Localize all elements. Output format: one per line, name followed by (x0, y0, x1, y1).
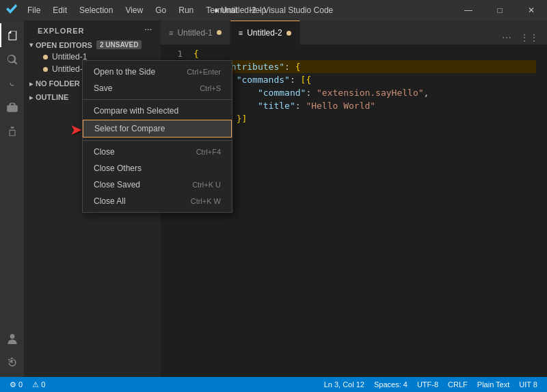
window-controls: — □ ✕ (453, 0, 547, 21)
menu-selection[interactable]: Selection (74, 4, 118, 16)
code-line-2: "contributes": { (194, 60, 536, 73)
code-line-6: }] (194, 112, 536, 125)
language-text: Plain Text (477, 380, 510, 389)
menu-save[interactable]: Save Ctrl+S (83, 80, 232, 96)
menu-label: Close All (94, 196, 126, 206)
menu-close-others[interactable]: Close Others (83, 160, 232, 177)
tab-modified-dot-active (286, 31, 291, 36)
menu-shortcut: Ctrl+S (200, 84, 221, 92)
split-editor-button[interactable]: ⋯ (499, 31, 514, 44)
menu-open-to-side[interactable]: Open to the Side Ctrl+Enter (83, 64, 232, 80)
menu-label: Save (94, 83, 112, 93)
code-line-4: "command": "extension.sayHello", (194, 86, 536, 99)
modified-dot (43, 55, 48, 60)
minimap (542, 44, 547, 377)
spaces[interactable]: Spaces: 4 (370, 380, 412, 389)
chevron-right-icon-2: ▸ (29, 94, 33, 101)
statusbar: ⚙ 0 ⚠ 0 Ln 3, Col 12 Spaces: 4 UTF-8 CRL… (0, 377, 547, 392)
file-icon: ≡ (169, 29, 173, 37)
menu-shortcut: Ctrl+Enter (187, 68, 221, 76)
error-text: 0 (18, 380, 23, 389)
encoding[interactable]: UTF-8 (413, 380, 442, 389)
minimize-button[interactable]: — (453, 0, 484, 21)
menu-file[interactable]: File (22, 4, 46, 16)
activity-extensions[interactable] (0, 119, 24, 143)
open-editors-label: OPEN EDITORS (36, 41, 92, 49)
menu-label: Compare with Selected (94, 106, 178, 116)
code-line-1: { (194, 47, 536, 60)
code-line-5: "title": "Hello World" (194, 99, 536, 112)
warning-count[interactable]: ⚠ 0 (28, 380, 49, 389)
activity-bottom (0, 326, 24, 377)
activity-source-control[interactable] (0, 71, 24, 95)
tabs-bar: ≡ Untitled-1 ≡ Untitled-2 ⋯ ⋮⋮ (161, 21, 547, 44)
unsaved-badge: 2 UNSAVED (96, 40, 142, 49)
tab-label: Untitled-1 (177, 28, 212, 38)
activity-settings[interactable] (0, 350, 24, 374)
cursor-text: Ln 3, Col 12 (324, 380, 364, 389)
menu-shortcut: Ctrl+K U (192, 181, 221, 189)
arrow-indicator: ➤ (70, 121, 82, 139)
error-count[interactable]: ⚙ 0 (5, 380, 27, 389)
code-line-3: "commands": [{ (194, 73, 536, 86)
context-menu: Open to the Side Ctrl+Enter Save Ctrl+S … (82, 60, 232, 213)
language-mode[interactable]: Plain Text (473, 380, 514, 389)
line-endings[interactable]: CRLF (444, 380, 472, 389)
menu-label: Open to the Side (94, 67, 155, 77)
spaces-text: Spaces: 4 (374, 380, 408, 389)
activity-account[interactable] (0, 326, 24, 350)
activity-bar (0, 21, 24, 377)
menu-select-for-compare[interactable]: Select for Compare (83, 120, 232, 138)
menu-separator-1 (83, 99, 232, 100)
menu-shortcut: Ctrl+F4 (196, 148, 221, 156)
menu-close[interactable]: Close Ctrl+F4 (83, 144, 232, 160)
tabs-right-actions: ⋯ ⋮⋮ (499, 31, 547, 44)
warning-text: 0 (41, 380, 45, 389)
menu-close-all[interactable]: Close All Ctrl+K W (83, 193, 232, 209)
chevron-right-icon: ▸ (29, 80, 33, 88)
sidebar-title: EXPLORER ⋯ (24, 21, 161, 38)
feedback[interactable]: UIT 8 (515, 380, 542, 389)
tab-modified-dot (217, 30, 222, 35)
tab-label-active: Untitled-2 (247, 28, 282, 38)
activity-explorer[interactable] (0, 23, 24, 47)
open-editors-header[interactable]: ▾ OPEN EDITORS 2 UNSAVED (24, 39, 161, 51)
menu-label: Close Others (94, 164, 142, 173)
warning-icon: ⚠ (32, 380, 39, 389)
code-content[interactable]: { "contributes": { "commands": [{ "comma… (188, 44, 542, 377)
activity-search[interactable] (0, 47, 24, 71)
tab-untitled2[interactable]: ≡ Untitled-2 (230, 21, 300, 44)
tab-untitled1[interactable]: ≡ Untitled-1 (161, 21, 230, 44)
menu-view[interactable]: View (120, 4, 148, 16)
modified-dot-active (43, 67, 48, 72)
menu-go[interactable]: Go (150, 4, 172, 16)
menu-edit[interactable]: Edit (47, 4, 72, 16)
menu-label: Select for Compare (94, 124, 165, 133)
more-actions-button[interactable]: ⋮⋮ (517, 31, 542, 44)
close-button[interactable]: ✕ (516, 0, 547, 21)
menu-shortcut: Ctrl+K W (191, 197, 221, 205)
menu-run[interactable]: Run (173, 4, 199, 16)
outline-label: OUTLINE (36, 93, 68, 101)
menu-close-saved[interactable]: Close Saved Ctrl+K U (83, 177, 232, 193)
activity-debug[interactable] (0, 95, 24, 119)
menu-separator-2 (83, 140, 232, 141)
cursor-position[interactable]: Ln 3, Col 12 (320, 380, 369, 389)
maximize-button[interactable]: □ (484, 0, 516, 21)
error-icon: ⚙ (10, 380, 16, 389)
encoding-text: UTF-8 (417, 380, 438, 389)
menu-label: Close Saved (94, 180, 140, 190)
file-icon-2: ≡ (239, 29, 243, 37)
line-endings-text: CRLF (448, 380, 468, 389)
sidebar-more-icon[interactable]: ⋯ (144, 26, 152, 35)
feedback-text: UIT 8 (519, 380, 537, 389)
menu-label: Close (94, 147, 115, 157)
window-title: ● Untitled-2 - Visual Studio Code (214, 5, 333, 15)
chevron-down-icon: ▾ (29, 41, 33, 49)
app-logo (5, 3, 19, 17)
titlebar: File Edit Selection View Go Run Terminal… (0, 0, 547, 21)
menu-compare-with-selected[interactable]: Compare with Selected (83, 103, 232, 119)
